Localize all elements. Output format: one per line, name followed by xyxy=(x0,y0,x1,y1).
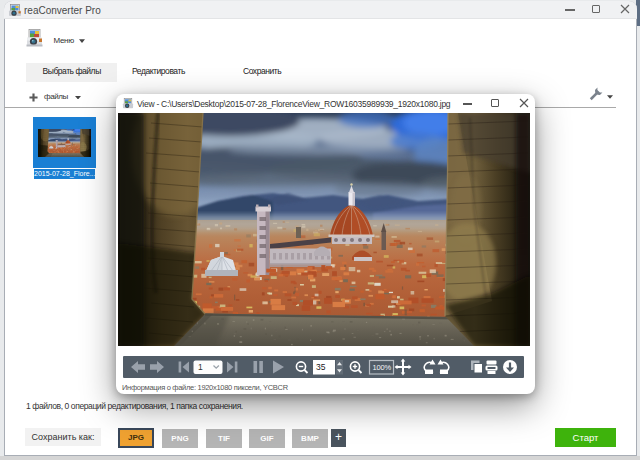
svg-text:100%: 100% xyxy=(373,362,392,371)
svg-text:35: 35 xyxy=(316,362,326,372)
svg-text:1: 1 xyxy=(198,362,203,372)
